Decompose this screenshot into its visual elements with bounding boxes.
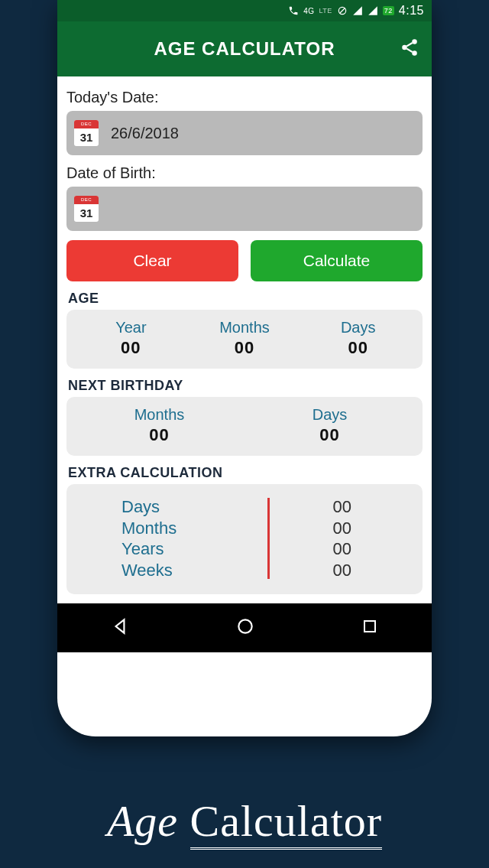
next-days-label: Days [244,406,415,424]
extra-calc-title: EXTRA CALCULATION [68,465,423,481]
back-button[interactable] [110,616,130,639]
signal-icon-1 [352,5,363,16]
today-date-input[interactable]: DEC 31 26/6/2018 [66,111,423,155]
age-days-col: Days 00 [301,319,415,358]
next-days-value: 00 [244,425,415,445]
next-months-value: 00 [74,425,244,445]
age-months-label: Months [188,319,302,336]
extra-labels: Days Months Years Weeks [74,496,267,580]
age-year-label: Year [74,319,188,336]
call-icon [288,5,299,16]
signal-icon-2 [368,5,378,16]
app-title: AGE CALCULATOR [154,38,335,60]
age-months-value: 00 [188,338,302,358]
share-button[interactable] [400,37,419,60]
dob-input[interactable]: DEC 31 [66,187,423,231]
age-year-col: Year 00 [74,319,188,358]
phone-frame: 4G LTE 72 4:15 AGE CALCULATOR Today's Da… [57,0,432,736]
home-button[interactable] [235,616,255,639]
extra-years-value: 00 [270,538,416,560]
extra-calc-panel: Days Months Years Weeks 00 00 00 00 [66,484,423,594]
android-nav-bar [57,603,432,652]
battery-icon: 72 [383,6,394,15]
caption-word-2: Calculator [190,796,383,850]
svg-line-1 [339,8,345,14]
next-birthday-title: NEXT BIRTHDAY [68,378,423,394]
calculate-button[interactable]: Calculate [251,240,423,281]
age-days-value: 00 [301,338,415,358]
next-months-col: Months 00 [74,406,244,445]
extra-days-value: 00 [270,496,416,518]
content-area: Today's Date: DEC 31 26/6/2018 Date of B… [57,76,432,594]
age-days-label: Days [301,319,415,336]
svg-point-2 [412,39,417,44]
calendar-icon: DEC 31 [74,120,99,146]
extra-days-label: Days [121,496,267,518]
clear-button[interactable]: Clear [66,240,238,281]
today-date-value: 26/6/2018 [111,125,179,142]
phone-chin [57,652,432,736]
svg-rect-6 [364,621,375,632]
next-birthday-panel: Months 00 Days 00 [66,397,423,456]
age-panel: Year 00 Months 00 Days 00 [66,310,423,369]
button-row: Clear Calculate [66,240,423,281]
svg-point-5 [238,619,251,632]
promo-caption: Age Calculator [0,795,489,847]
svg-point-3 [402,45,407,50]
extra-weeks-value: 00 [270,560,416,581]
extra-weeks-label: Weeks [121,560,267,581]
app-bar: AGE CALCULATOR [57,21,432,76]
extra-months-label: Months [121,518,267,539]
age-year-value: 00 [74,338,188,358]
no-data-icon [337,5,348,16]
calendar-icon: DEC 31 [74,196,99,222]
clock: 4:15 [399,4,424,18]
next-days-col: Days 00 [244,406,415,445]
next-months-label: Months [74,406,244,424]
recent-apps-button[interactable] [361,617,379,639]
age-months-col: Months 00 [188,319,302,358]
caption-word-1: Age [107,796,178,846]
dob-label: Date of Birth: [66,164,423,182]
status-bar: 4G LTE 72 4:15 [57,0,432,21]
extra-values: 00 00 00 00 [270,496,416,580]
network-4g: 4G [303,7,314,15]
extra-years-label: Years [121,538,267,560]
svg-point-4 [412,50,417,56]
today-date-label: Today's Date: [66,89,423,106]
network-lte: LTE [319,7,332,15]
age-section-title: AGE [68,291,423,307]
extra-months-value: 00 [270,518,416,539]
